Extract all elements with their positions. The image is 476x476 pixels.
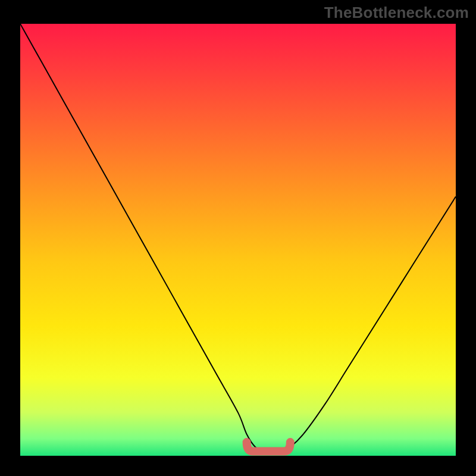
chart-frame: TheBottleneck.com: [0, 0, 476, 476]
attribution-label: TheBottleneck.com: [324, 4, 469, 22]
gradient-background: [20, 24, 456, 456]
chart-plot-area: [20, 24, 456, 456]
chart-svg: [20, 24, 456, 456]
